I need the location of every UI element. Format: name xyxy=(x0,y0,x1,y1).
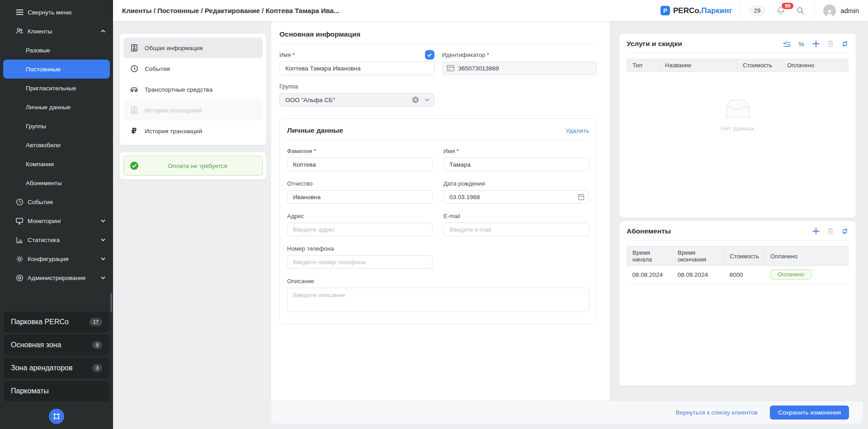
card-icon xyxy=(447,65,454,71)
search-button[interactable] xyxy=(796,6,805,15)
breadcrumb: Клиенты / Постоянные / Редактирование / … xyxy=(122,7,340,14)
id-card-icon xyxy=(130,106,138,115)
services-panel: Услуги и скидки % xyxy=(619,34,856,218)
middle-name-input[interactable] xyxy=(287,190,433,204)
check-icon xyxy=(427,52,432,58)
panel-title: Абонементы xyxy=(627,227,671,235)
address-label: Адрес xyxy=(287,213,433,219)
refresh-icon[interactable] xyxy=(841,40,849,48)
delete-link[interactable]: Удалить xyxy=(566,127,589,134)
add-service-button[interactable] xyxy=(812,40,820,48)
chevron-down-icon xyxy=(100,275,106,280)
col-header: Тип xyxy=(627,59,660,72)
map-frame-button[interactable] xyxy=(49,409,64,424)
zone-parkomaty[interactable]: Паркоматы xyxy=(4,381,109,401)
middle-name-label: Отчество xyxy=(287,180,433,187)
delete-subscription-button[interactable] xyxy=(826,228,834,235)
zone-count-badge: 3 xyxy=(92,364,102,372)
tab-transaction-history[interactable]: ₽ История транзакций xyxy=(123,121,263,141)
description-textarea[interactable] xyxy=(287,288,589,312)
sidebar-item-events[interactable]: События xyxy=(0,192,113,211)
user-menu[interactable]: admin xyxy=(814,5,868,17)
sidebar-item-label: Администрирование xyxy=(28,275,100,281)
address-field: Адрес xyxy=(287,213,433,236)
calendar-icon[interactable] xyxy=(578,193,585,201)
id-card-icon xyxy=(130,44,138,52)
sidebar-item-configuration[interactable]: Конфигурация xyxy=(0,249,113,268)
services-table: Тип Название Стоимость Оплачено xyxy=(627,59,849,72)
description-field: Описание xyxy=(287,278,589,314)
checklist-icon[interactable] xyxy=(783,40,791,48)
add-subscription-button[interactable] xyxy=(812,228,820,235)
paid-status-badge: Оплачено xyxy=(770,270,812,280)
sidebar-item-razovye[interactable]: Разовые xyxy=(0,41,113,60)
tab-vehicles[interactable]: Транспортные средства xyxy=(123,79,263,100)
email-input[interactable] xyxy=(443,223,589,236)
tab-label: Общая информация xyxy=(145,45,203,51)
birth-date-input[interactable] xyxy=(443,190,589,204)
sidebar-item-administration[interactable]: Администрирование xyxy=(0,268,113,287)
refresh-icon[interactable] xyxy=(841,228,849,235)
header-divider xyxy=(741,0,741,21)
phone-label: Номер телефона xyxy=(287,245,433,252)
counter-badge[interactable]: 29 xyxy=(749,5,765,16)
sidebar-item-gruppy[interactable]: Группы xyxy=(0,117,113,135)
tab-label: История посещений xyxy=(145,107,202,114)
tab-general-info[interactable]: Общая информация xyxy=(123,37,263,58)
zone-parkovka-perco[interactable]: Парковка PERCo 17 xyxy=(4,312,109,332)
clock-icon xyxy=(15,198,24,206)
sidebar-item-label: Мониторинг xyxy=(28,218,100,224)
sidebar-item-priglasitelnye[interactable]: Пригласительные xyxy=(0,79,113,98)
chevron-down-icon[interactable] xyxy=(424,97,430,103)
sidebar-item-abonementy[interactable]: Абонементы xyxy=(0,173,113,192)
sidebar-item-avtomobili[interactable]: Автомобили xyxy=(0,135,113,154)
zone-arendatorov[interactable]: Зона арендаторов 3 xyxy=(4,358,109,378)
notifications-count-badge: 99 xyxy=(781,2,794,10)
sidebar-scroll-handle[interactable] xyxy=(110,293,112,312)
name-input[interactable] xyxy=(279,61,434,75)
sidebar-item-postoyannye[interactable]: Постоянные xyxy=(3,60,110,79)
col-header: Название xyxy=(660,59,737,72)
save-button[interactable]: Сохранить изменения xyxy=(770,406,849,420)
empty-inbox-icon xyxy=(723,98,752,120)
address-input[interactable] xyxy=(287,223,433,236)
gear-icon xyxy=(15,255,24,263)
chevron-down-icon xyxy=(100,256,106,261)
delete-service-button[interactable] xyxy=(826,40,834,48)
sidebar-item-statistics[interactable]: Статистика xyxy=(0,230,113,249)
first-name-field: Имя * xyxy=(443,148,589,171)
sidebar-item-lichnye-dannye[interactable]: Личные данные xyxy=(0,98,113,117)
collapse-menu-button[interactable]: Свернуть меню xyxy=(0,3,113,22)
back-to-list-link[interactable]: Вернуться к списку клиентов xyxy=(675,409,757,416)
confirmed-checkbox[interactable] xyxy=(425,50,434,60)
sidebar-item-label: Конфигурация xyxy=(28,256,100,262)
personal-data-card: Личные данные Удалить Фамилия * Имя * xyxy=(279,118,597,324)
zone-osnovnaya-zona[interactable]: Основная зона 9 xyxy=(4,335,109,355)
services-empty-state: Нет данных xyxy=(627,98,849,132)
sidebar-item-monitoring[interactable]: Мониторинг xyxy=(0,211,113,230)
subscription-row[interactable]: 08.08.2024 08.09.2024 8000 Оплачено xyxy=(627,266,849,284)
sidebar-item-kompanii[interactable]: Компании xyxy=(0,154,113,173)
sidebar-item-clients[interactable]: Клиенты xyxy=(0,22,113,41)
last-name-input[interactable] xyxy=(287,158,433,171)
phone-input[interactable] xyxy=(287,255,433,269)
email-field: E-mail xyxy=(443,213,589,236)
clear-icon[interactable] xyxy=(412,96,419,103)
group-select[interactable] xyxy=(279,93,434,107)
payment-alert: Оплата не требуется xyxy=(123,156,263,176)
right-column: Услуги и скидки % xyxy=(609,21,868,401)
col-header: Оплачено xyxy=(765,247,849,266)
percent-icon[interactable]: % xyxy=(797,40,805,48)
notifications-button[interactable]: 99 xyxy=(776,6,785,15)
services-toolbar: % xyxy=(783,40,849,48)
main-info-header: Основная информация xyxy=(279,30,597,44)
target-icon xyxy=(15,274,24,282)
identifier-input[interactable] xyxy=(442,61,597,75)
col-header: Стоимость xyxy=(737,59,782,72)
work-area: Основная информация Имя * xyxy=(271,21,868,429)
app-logo[interactable]: P PERCo.Паркинг xyxy=(652,6,741,15)
clients-icon xyxy=(15,27,24,35)
first-name-input[interactable] xyxy=(443,158,589,171)
content: Общая информация События Транспортные ср… xyxy=(113,21,868,429)
tab-events[interactable]: События xyxy=(123,58,263,79)
